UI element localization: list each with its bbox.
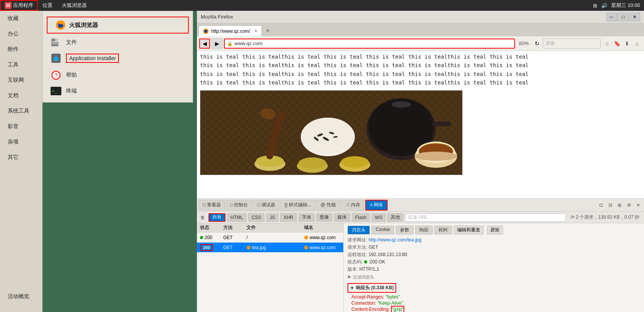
detail-tab-cookies[interactable]: Cookie — [371, 226, 394, 234]
clock: 星期三 10:00 — [611, 2, 640, 9]
sidebar-item-misc[interactable]: 杂项 — [0, 134, 42, 150]
header-val-1: "bytes" — [386, 294, 400, 300]
detail-remote: 远程地址: 192.168.131.13:80 — [347, 251, 640, 258]
close-button[interactable]: ✕ — [629, 13, 640, 21]
firefox-submenu-label: 火狐浏览器 — [69, 22, 98, 29]
devtools-dock-left[interactable]: ⊡ — [597, 201, 605, 209]
browser-content: this is teal this is tealthis is teal th… — [197, 51, 644, 198]
activity-overview[interactable]: 活动概览 — [0, 289, 42, 304]
edit-resend-button[interactable]: 编辑和重发 — [454, 226, 484, 234]
row1-status-code: 200 — [205, 235, 212, 240]
filter-xhr[interactable]: XHR — [280, 213, 297, 222]
table-row[interactable]: 200 GET / www.qz.com — [197, 233, 343, 243]
detail-tab-response[interactable]: 响应 — [415, 226, 433, 234]
devtools-close[interactable]: ✕ — [634, 201, 642, 209]
filter-ws[interactable]: WS — [371, 213, 386, 222]
submenu-item-installer[interactable]: Application Installer — [43, 50, 193, 67]
detail-tab-headers[interactable]: 消息头 — [347, 226, 370, 234]
submenu-item-file[interactable]: 文件 — [43, 35, 193, 50]
detail-version-value: HTTP/1.1 — [359, 266, 379, 272]
raw-button[interactable]: 原矩 — [487, 226, 503, 234]
sidebar-item-accessories[interactable]: 附件 — [0, 42, 42, 57]
firefox-menu-button[interactable]: 火狐浏览器 — [57, 0, 92, 11]
app-menu-button[interactable]: 应用程序 — [0, 0, 38, 11]
filter-msg-triangle: ▶ — [347, 275, 352, 279]
firefox-submenu-header[interactable]: 火狐浏览器 — [47, 17, 189, 34]
devtools-tab-inspector[interactable]: □ 查看器 — [198, 200, 225, 211]
tea-svg — [200, 91, 463, 175]
table-row[interactable]: 200 GET tea.jpg www.qz.com — [197, 243, 343, 253]
filter-css[interactable]: CSS — [248, 213, 265, 222]
devtools-tab-network[interactable]: ≡ 网络 — [365, 200, 388, 211]
header-connection: Connection: "Keep-Alive" — [347, 300, 640, 306]
window-controls: ─ □ ✕ — [606, 13, 640, 21]
home-icon[interactable]: ⌂ — [632, 39, 642, 48]
devtools-settings[interactable]: ⚙ — [625, 201, 633, 209]
header-key-1: Accept-Ranges: — [351, 294, 384, 300]
reload-button[interactable]: ↻ — [533, 39, 541, 48]
active-tab[interactable]: http://www.qz.com/ ✕ — [198, 25, 262, 36]
svg-point-49 — [304, 236, 308, 239]
sidebar-item-media[interactable]: 影音 — [0, 119, 42, 134]
col-header-file: 文件 — [243, 224, 301, 231]
filter-fonts[interactable]: 字体 — [298, 213, 315, 222]
filter-media[interactable]: 媒体 — [334, 213, 350, 222]
detail-version: 版本: HTTP/1.1 — [347, 266, 640, 273]
filter-all[interactable]: 所有 — [208, 213, 225, 222]
new-tab-button[interactable]: + — [263, 25, 273, 36]
devtools-right-controls: ⊡ ⊟ ⊞ ⚙ ✕ — [597, 201, 642, 209]
filter-images[interactable]: 图像 — [316, 213, 332, 222]
submenu-item-help[interactable]: ? 帮助 — [43, 67, 193, 84]
help-label: 帮助 — [66, 72, 77, 79]
detail-method-value: GET — [369, 245, 378, 250]
bookmark-star-icon[interactable]: ☆ — [602, 39, 612, 48]
detail-status: 状态码: 200 OK — [347, 259, 640, 265]
nav-icons: ☆ 🔖 ⬇ ⌂ — [602, 39, 642, 48]
submenu-item-terminal[interactable]: >_ 终端 — [43, 84, 193, 98]
svg-point-39 — [341, 156, 369, 168]
detail-tab-timings[interactable]: 耗时 — [434, 226, 452, 234]
bookmark-icon[interactable]: 🔖 — [612, 39, 622, 48]
search-box[interactable]: 搜索 — [543, 39, 601, 49]
sidebar-item-internet[interactable]: 互联网 — [0, 73, 42, 88]
address-bar[interactable]: 🔒 www.qz.com — [224, 39, 515, 49]
tab-close-button[interactable]: ✕ — [254, 29, 258, 34]
detail-remote-label: 远程地址: — [347, 252, 367, 257]
detail-status-value: 200 OK — [369, 259, 385, 265]
firefox-icon — [55, 20, 66, 30]
devtools-tab-debugger[interactable]: □ 调试器 — [253, 200, 280, 211]
response-header-section[interactable]: ▼ 响应头 (0.338 KB) — [347, 283, 396, 293]
sidebar-item-office[interactable]: 办公 — [0, 26, 42, 42]
row1-file: / — [243, 235, 301, 240]
devtools-dock-bottom[interactable]: ⊟ — [606, 201, 615, 209]
svg-point-50 — [247, 246, 251, 250]
download-icon[interactable]: ⬇ — [622, 39, 632, 48]
location-menu-button[interactable]: 位置 — [38, 0, 57, 11]
svg-text:>_: >_ — [52, 88, 58, 94]
col-header-domain: 域名 — [301, 224, 343, 231]
filter-html[interactable]: HTML — [227, 213, 247, 222]
maximize-button[interactable]: □ — [618, 13, 629, 21]
devtools-tab-console[interactable]: □ 控制台 — [226, 200, 253, 211]
devtools-tab-memory[interactable]: ◁ 内存 — [341, 200, 364, 211]
sidebar-item-documents[interactable]: 文档 — [0, 88, 42, 103]
sidebar-item-tools[interactable]: 工具 — [0, 57, 42, 73]
sidebar-item-favorites[interactable]: 收藏 — [0, 11, 42, 26]
filter-flash[interactable]: Flash — [352, 213, 370, 222]
sidebar-item-system-tools[interactable]: 系统工具 — [0, 103, 42, 119]
firefox-label: 火狐浏览器 — [62, 2, 87, 9]
url-text: www.qz.com — [234, 40, 263, 46]
back-button[interactable]: ◀ — [199, 39, 210, 49]
devtools-tab-performance[interactable]: @ 性能 — [316, 200, 340, 211]
clear-requests-button[interactable]: 🗑 — [198, 213, 207, 222]
devtools-dock-right[interactable]: ⊞ — [615, 201, 624, 209]
lock-icon: 🔒 — [227, 41, 233, 46]
minimize-button[interactable]: ─ — [606, 13, 617, 21]
filter-other[interactable]: 其他 — [387, 213, 403, 222]
detail-tab-params[interactable]: 参数 — [396, 226, 414, 234]
sidebar-item-other[interactable]: 其它 — [0, 150, 42, 165]
filter-js[interactable]: JS — [266, 213, 278, 222]
devtools-tab-style[interactable]: {} 样式编辑... — [280, 200, 315, 211]
filter-url-input[interactable]: 过滤 URL — [405, 213, 566, 222]
forward-button[interactable]: ▶ — [212, 39, 222, 49]
